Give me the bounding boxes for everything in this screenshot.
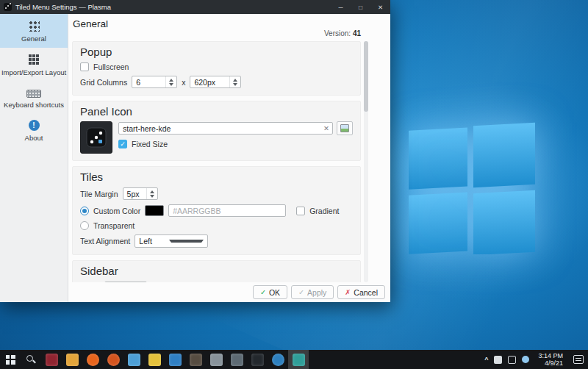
grid-dots-icon <box>28 20 40 32</box>
minimize-button[interactable]: ─ <box>331 0 351 14</box>
popup-width-value: 620px <box>190 78 229 87</box>
check-icon: ✓ <box>120 141 126 148</box>
tiledmenu-logo-icon <box>86 127 107 148</box>
clock[interactable]: 3:14 PM 4/9/21 <box>535 352 566 368</box>
panel-icon-name-input[interactable] <box>118 122 333 135</box>
grid-columns-label: Grid Columns <box>80 78 127 87</box>
custom-color-label: Custom Color <box>93 207 140 215</box>
taskbar-app-photos[interactable] <box>123 350 144 369</box>
section-panel-icon: Panel Icon <box>72 101 361 161</box>
section-title: Popup <box>80 46 353 58</box>
spinner-arrows <box>146 188 157 199</box>
popup-width-spinbox[interactable]: 620px <box>190 76 241 88</box>
taskbar-app-utilities[interactable] <box>226 350 247 369</box>
taskbar-app-icons <box>41 350 309 369</box>
version-text: Version: 41 <box>324 29 361 37</box>
taskbar: ^ 3:14 PM 4/9/21 <box>0 350 588 369</box>
search-icon <box>26 355 35 364</box>
window-controls: ─ □ ✕ <box>331 0 390 14</box>
nav-item-general[interactable]: General <box>0 14 68 48</box>
grid-squares-icon <box>28 54 40 65</box>
media-player-icon <box>46 354 58 366</box>
messenger-icon <box>169 354 182 366</box>
custom-color-radio[interactable] <box>80 207 89 215</box>
check-icon: ✓ <box>260 288 266 296</box>
gradient-label: Gradient <box>309 207 339 215</box>
search-button[interactable] <box>21 350 41 369</box>
file-manager-icon <box>66 354 79 366</box>
tray-icon[interactable] <box>522 356 529 363</box>
page-title: General <box>68 14 390 29</box>
app-icon <box>4 3 12 11</box>
taskbar-app-terminal[interactable] <box>247 350 268 369</box>
maximize-button[interactable]: □ <box>351 0 370 14</box>
browse-icon-button[interactable] <box>337 121 353 135</box>
nav-label: Keyboard shortcuts <box>4 101 64 109</box>
desktop: Tiled Menu Settings — Plasma ─ □ ✕ Gener… <box>0 0 588 369</box>
settings-gear-icon <box>210 354 223 366</box>
text-alignment-label: Text Alignment <box>80 237 130 246</box>
terminal-icon <box>251 354 264 366</box>
tiledmenu-window-icon <box>293 354 305 366</box>
color-hex-input[interactable] <box>168 204 286 217</box>
ok-button[interactable]: ✓ OK <box>253 285 287 299</box>
close-button[interactable]: ✕ <box>370 0 390 14</box>
panel-icon-preview-button[interactable] <box>80 121 112 154</box>
keyboard-icon <box>26 90 41 98</box>
spin-down-button[interactable] <box>150 195 154 198</box>
fixed-size-checkbox[interactable]: ✓ <box>118 140 127 148</box>
taskbar-app-gimp[interactable] <box>185 350 206 369</box>
taskbar-app-network-app[interactable] <box>268 350 288 369</box>
image-file-icon <box>340 124 349 132</box>
notes-icon <box>148 354 161 366</box>
text-alignment-value: Left <box>139 237 169 246</box>
section-sidebar: Sidebar Width 48px <box>72 260 361 282</box>
text-alignment-dropdown[interactable]: Left <box>135 234 208 248</box>
taskbar-app-tiledmenu-window[interactable] <box>288 350 309 369</box>
notifications-icon[interactable] <box>573 355 584 364</box>
columns-separator: x <box>182 78 185 87</box>
taskbar-app-media-player[interactable] <box>41 350 62 369</box>
taskbar-app-file-manager[interactable] <box>62 350 82 369</box>
color-swatch-button[interactable] <box>145 205 164 216</box>
tray-icon[interactable] <box>508 356 516 364</box>
spin-down-button[interactable] <box>169 83 173 86</box>
taskbar-app-browser-orange[interactable] <box>103 350 123 369</box>
transparent-radio[interactable] <box>80 221 89 230</box>
scroll-area: Popup Fullscreen Grid Columns 6 <box>72 41 361 282</box>
tray-expand-caret[interactable]: ^ <box>484 356 488 363</box>
start-button[interactable] <box>0 350 21 369</box>
spinner-arrows <box>229 76 240 87</box>
nav-item-keyboard-shortcuts[interactable]: Keyboard shortcuts <box>0 82 68 114</box>
spin-up-button[interactable] <box>233 79 237 82</box>
grid-columns-spinbox[interactable]: 6 <box>132 76 177 88</box>
settings-content: General Version: 41 Popup Fullscreen <box>68 14 390 302</box>
taskbar-app-firefox[interactable] <box>82 350 103 369</box>
nav-label: General <box>21 35 46 43</box>
vertical-scrollbar[interactable] <box>364 41 368 282</box>
tray-icon[interactable] <box>494 356 502 364</box>
firefox-icon <box>87 354 99 366</box>
spin-up-button[interactable] <box>169 79 173 82</box>
dialog-footer: ✓ OK ✓ Apply ✗ Cancel <box>68 282 390 302</box>
version-value: 41 <box>353 29 361 37</box>
clear-input-icon[interactable]: ✕ <box>323 124 329 132</box>
cancel-button[interactable]: ✗ Cancel <box>337 285 385 299</box>
spin-down-button[interactable] <box>233 83 237 86</box>
apply-button[interactable]: ✓ Apply <box>291 285 334 299</box>
taskbar-app-messenger[interactable] <box>165 350 185 369</box>
titlebar[interactable]: Tiled Menu Settings — Plasma ─ □ ✕ <box>0 0 390 14</box>
spin-up-button[interactable] <box>150 190 154 193</box>
nav-item-about[interactable]: ! About <box>0 114 68 147</box>
gradient-checkbox[interactable] <box>296 207 305 215</box>
info-icon: ! <box>29 120 40 131</box>
nav-item-import-export[interactable]: Import/Export Layout <box>0 48 68 82</box>
scrollbar-handle[interactable] <box>364 41 368 112</box>
taskbar-app-notes[interactable] <box>144 350 165 369</box>
fullscreen-checkbox[interactable] <box>80 62 89 71</box>
taskbar-app-settings-gear[interactable] <box>206 350 226 369</box>
tile-margin-spinbox[interactable]: 5px <box>123 187 158 200</box>
section-title: Tiles <box>80 171 353 183</box>
grid-columns-value: 6 <box>132 78 165 87</box>
section-title: Sidebar <box>80 265 353 277</box>
